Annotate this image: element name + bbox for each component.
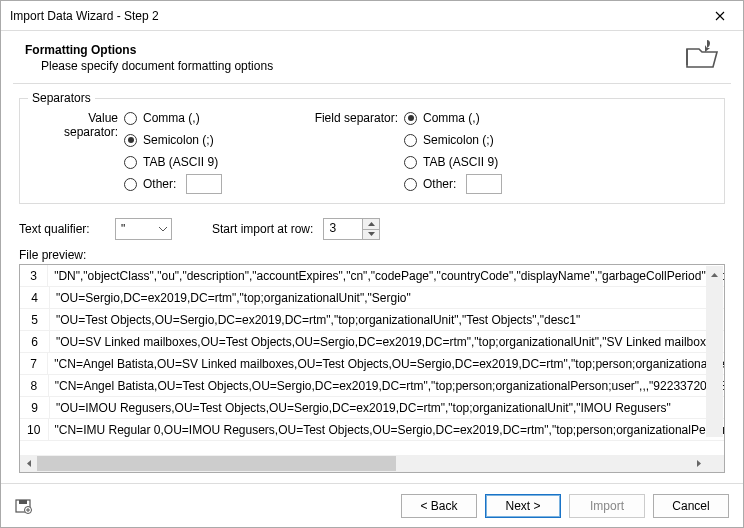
preview-rows[interactable]: 3"DN","objectClass","ou","description","… (20, 265, 724, 455)
row-text: "OU=IMOU Regusers,OU=Test Objects,OU=Ser… (50, 401, 671, 415)
radio-icon (124, 134, 137, 147)
preview-row[interactable]: 3"DN","objectClass","ou","description","… (20, 265, 724, 287)
row-number: 8 (20, 375, 49, 397)
spinner-down-button[interactable] (362, 230, 379, 240)
preview-row[interactable]: 10"CN=IMU Regular 0,OU=IMOU Regusers,OU=… (20, 419, 724, 441)
horizontal-scrollbar[interactable] (20, 455, 724, 472)
page-subtitle: Please specify document formatting optio… (41, 59, 685, 73)
close-icon (715, 11, 725, 21)
radio-icon (404, 178, 417, 191)
field-sep-other[interactable]: Other: (404, 175, 502, 193)
wizard-header: Formatting Options Please specify docume… (1, 31, 743, 83)
field-sep-other-input[interactable] (466, 174, 502, 194)
value-separator-label: Value separator: (32, 107, 124, 193)
cancel-button[interactable]: Cancel (653, 494, 729, 518)
preview-row[interactable]: 6"OU=SV Linked mailboxes,OU=Test Objects… (20, 331, 724, 353)
row-text: "CN=Angel Batista,OU=SV Linked mailboxes… (48, 357, 724, 371)
back-button[interactable]: < Back (401, 494, 477, 518)
next-button[interactable]: Next > (485, 494, 561, 518)
scroll-up-icon (706, 266, 723, 283)
radio-icon (124, 112, 137, 125)
value-sep-other[interactable]: Other: (124, 175, 222, 193)
row-text: "OU=Test Objects,OU=Sergio,DC=ex2019,DC=… (50, 313, 580, 327)
row-number: 7 (20, 353, 48, 375)
titlebar: Import Data Wizard - Step 2 (1, 1, 743, 31)
page-title: Formatting Options (25, 43, 685, 57)
value-sep-semicolon[interactable]: Semicolon (;) (124, 131, 222, 149)
preview-row[interactable]: 4"OU=Sergio,DC=ex2019,DC=rtm","top;organ… (20, 287, 724, 309)
field-sep-tab[interactable]: TAB (ASCII 9) (404, 153, 502, 171)
row-number: 3 (20, 265, 48, 287)
preview-row[interactable]: 8"CN=Angel Batista,OU=Test Objects,OU=Se… (20, 375, 724, 397)
row-number: 5 (20, 309, 50, 331)
scroll-thumb[interactable] (37, 456, 396, 471)
row-number: 10 (20, 419, 49, 441)
file-preview-grid: 3"DN","objectClass","ou","description","… (19, 264, 725, 473)
chevron-down-icon (154, 219, 171, 239)
value-separator-radios: Comma (,) Semicolon (;) TAB (ASCII 9) Ot… (124, 107, 222, 193)
value-sep-tab[interactable]: TAB (ASCII 9) (124, 153, 222, 171)
start-row-label: Start import at row: (212, 222, 313, 236)
scroll-left-icon (20, 455, 37, 472)
svg-rect-1 (19, 500, 27, 504)
import-folder-icon (685, 39, 717, 71)
preview-row[interactable]: 5"OU=Test Objects,OU=Sergio,DC=ex2019,DC… (20, 309, 724, 331)
scroll-corner (707, 455, 724, 472)
scroll-track[interactable] (37, 455, 690, 472)
row-text: "DN","objectClass","ou","description","a… (48, 269, 724, 283)
field-sep-comma[interactable]: Comma (,) (404, 109, 502, 127)
value-sep-comma[interactable]: Comma (,) (124, 109, 222, 127)
field-separator-label: Field separator: (312, 107, 404, 193)
row-number: 9 (20, 397, 50, 419)
separators-group: Separators Value separator: Comma (,) Se… (19, 98, 725, 204)
radio-icon (124, 156, 137, 169)
value-sep-other-input[interactable] (186, 174, 222, 194)
radio-icon (124, 178, 137, 191)
row-text: "CN=Angel Batista,OU=Test Objects,OU=Ser… (49, 379, 724, 393)
chevron-up-icon (368, 222, 375, 226)
radio-icon (404, 134, 417, 147)
import-button: Import (569, 494, 645, 518)
row-text: "OU=SV Linked mailboxes,OU=Test Objects,… (50, 335, 723, 349)
close-button[interactable] (697, 1, 742, 30)
wizard-window: Import Data Wizard - Step 2 Formatting O… (0, 0, 744, 528)
row-number: 4 (20, 287, 50, 309)
wizard-footer: < Back Next > Import Cancel (1, 483, 743, 527)
radio-icon (404, 112, 417, 125)
vertical-scrollbar[interactable] (706, 266, 723, 437)
text-qualifier-combo[interactable]: " (115, 218, 172, 240)
save-options-icon[interactable] (15, 497, 33, 515)
start-row-value[interactable]: 3 (324, 219, 362, 239)
window-title: Import Data Wizard - Step 2 (10, 9, 697, 23)
text-qualifier-label: Text qualifier: (19, 222, 105, 236)
scroll-right-icon (690, 455, 707, 472)
chevron-down-icon (368, 232, 375, 236)
preview-row[interactable]: 7"CN=Angel Batista,OU=SV Linked mailboxe… (20, 353, 724, 375)
row-text: "OU=Sergio,DC=ex2019,DC=rtm","top;organi… (50, 291, 411, 305)
text-qualifier-value: " (116, 222, 154, 236)
content-area: Separators Value separator: Comma (,) Se… (1, 84, 743, 483)
row-text: "CN=IMU Regular 0,OU=IMOU Regusers,OU=Te… (49, 423, 724, 437)
row-number: 6 (20, 331, 50, 353)
header-text: Formatting Options Please specify docume… (25, 41, 685, 73)
radio-icon (404, 156, 417, 169)
field-sep-semicolon[interactable]: Semicolon (;) (404, 131, 502, 149)
spinner-up-button[interactable] (362, 219, 379, 230)
separators-legend: Separators (28, 91, 95, 105)
preview-row[interactable]: 9"OU=IMOU Regusers,OU=Test Objects,OU=Se… (20, 397, 724, 419)
start-row-spinner[interactable]: 3 (323, 218, 380, 240)
field-separator-radios: Comma (,) Semicolon (;) TAB (ASCII 9) Ot… (404, 107, 502, 193)
file-preview-label: File preview: (19, 248, 725, 262)
